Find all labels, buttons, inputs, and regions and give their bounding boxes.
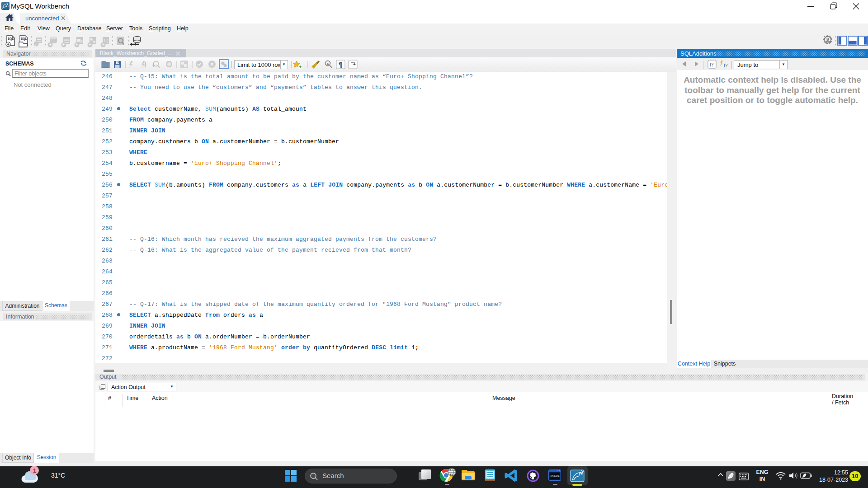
svg-text:I?: I? — [723, 62, 727, 69]
svg-text:A: A — [326, 62, 329, 66]
svg-text:f(): f() — [104, 39, 111, 43]
svg-text:SQL: SQL — [21, 37, 27, 41]
svg-text:I?: I? — [709, 61, 713, 68]
svg-text:MySQL›: MySQL› — [551, 474, 561, 477]
svg-text:1: 1 — [33, 467, 36, 474]
svg-text:SQL: SQL — [8, 37, 14, 41]
svg-text:¶: ¶ — [339, 61, 342, 68]
